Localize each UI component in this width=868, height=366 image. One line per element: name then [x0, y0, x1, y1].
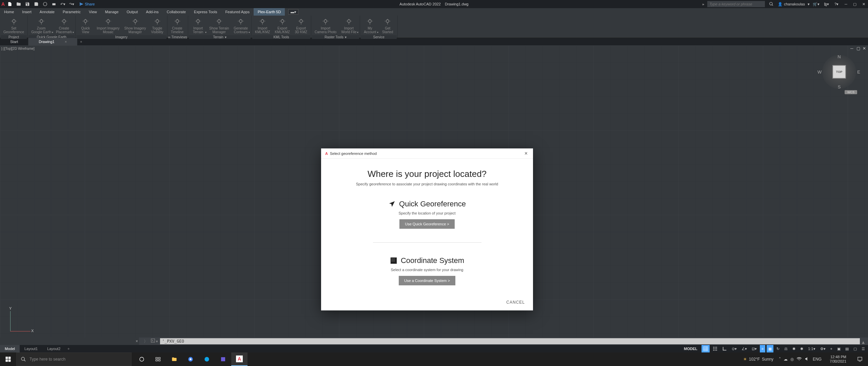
qat-new-icon[interactable]	[6, 1, 14, 7]
ribbon-get-started[interactable]: Get Started	[379, 17, 396, 35]
dialog-cancel-button[interactable]: CANCEL	[506, 300, 525, 305]
ribbon-minimize-dropdown[interactable]: ▬▾	[288, 9, 298, 15]
tray-network-icon[interactable]	[796, 356, 802, 363]
tray-language-label[interactable]: ENG	[813, 357, 822, 362]
tray-clock[interactable]: 12:48 PM7/30/2021	[827, 355, 849, 364]
osnap-toggle-icon[interactable]: ⊡▾	[750, 345, 758, 352]
edge-app-icon[interactable]	[199, 352, 215, 366]
viewport-close-icon[interactable]: ✕	[863, 46, 867, 51]
ribbon-group-label[interactable]: Project	[1, 35, 27, 39]
ribbon-group-label[interactable]: Service	[361, 35, 397, 39]
viewport-label[interactable]: [-][Top][2D Wireframe]	[1, 47, 35, 50]
autodesk-app-store-icon[interactable]: 🛒▾	[812, 1, 820, 7]
customization-icon[interactable]: ☰	[860, 345, 867, 352]
menu-plex-earth-5d[interactable]: Plex-Earth 5D	[254, 8, 285, 16]
ribbon-create-placemark[interactable]: Create Placemark	[54, 17, 74, 35]
use-coordinate-system-button[interactable]: Use a Coordinate System >	[399, 276, 455, 285]
menu-collaborate[interactable]: Collaborate	[163, 8, 190, 16]
weather-widget[interactable]: ☀ 102°F Sunny	[743, 357, 773, 362]
command-recent-dropdown-icon[interactable]: ▴	[862, 339, 867, 344]
viewport-minimize-icon[interactable]: ─	[850, 46, 855, 51]
ribbon-zoom-google-earth[interactable]: Zoom Google Earth	[29, 17, 53, 35]
unknown-app-icon[interactable]	[215, 352, 231, 366]
ribbon-generate-contours[interactable]: Generate Contours	[232, 17, 250, 35]
user-account-button[interactable]: 👤chanakoulas▾	[778, 2, 810, 6]
annotation-scale-icon[interactable]: ⚖	[783, 345, 789, 352]
minimize-button[interactable]: ─	[843, 1, 849, 7]
ribbon-import-world-file[interactable]: Import World File	[339, 17, 358, 35]
viewcube[interactable]: N S W E TOP	[821, 52, 858, 92]
keyword-search-input[interactable]	[707, 1, 765, 7]
ribbon-group-label[interactable]: ∞ Timeviews	[168, 35, 188, 39]
snap-toggle-icon[interactable]	[711, 345, 719, 352]
viewport-restore-icon[interactable]: ▢	[856, 46, 861, 51]
grid-toggle-icon[interactable]	[702, 345, 710, 352]
menu-add-ins[interactable]: Add-ins	[142, 8, 163, 16]
lineweight-toggle-icon[interactable]: ≡	[760, 345, 765, 352]
ribbon-group-label[interactable]: Terrain	[189, 35, 251, 39]
menu-output[interactable]: Output	[123, 8, 142, 16]
chrome-app-icon[interactable]	[182, 352, 199, 366]
ribbon-group-label[interactable]: KML Tools	[252, 35, 310, 39]
menu-express-tools[interactable]: Express Tools	[190, 8, 221, 16]
add-document-button[interactable]: +	[77, 38, 85, 45]
dialog-titlebar[interactable]: A Select georeference method ×	[321, 148, 533, 159]
explorer-app-icon[interactable]	[166, 352, 182, 366]
wcs-badge[interactable]: WCS	[845, 90, 857, 94]
isodraft-toggle-icon[interactable]: ∠▾	[740, 345, 749, 352]
workspace-switching-icon[interactable]: ⚙▾	[818, 345, 827, 352]
ribbon-group-label[interactable]: Imagery	[76, 35, 166, 39]
ribbon-import-terrain[interactable]: Import Terrain	[190, 17, 206, 35]
hardware-accel-icon[interactable]: ▤	[844, 345, 850, 352]
ribbon-create-timeline[interactable]: Create Timeline	[169, 17, 186, 35]
search-info-icon[interactable]: ▸	[703, 2, 705, 6]
layout-tab-layout1[interactable]: Layout1	[20, 345, 42, 352]
clean-screen-icon[interactable]: ▢	[852, 345, 859, 352]
ribbon-group-label[interactable]: Raster Tools	[312, 35, 359, 39]
tray-onedrive-icon[interactable]: ☁	[784, 357, 788, 362]
ribbon-quick-view[interactable]: Quick View	[77, 17, 94, 35]
command-history-panel[interactable]	[0, 338, 139, 345]
qat-open-icon[interactable]	[15, 1, 22, 7]
ribbon-toggle-visibility[interactable]: Toggle Visibility	[149, 17, 166, 35]
annotation-scale-value[interactable]: 1:1▾	[806, 345, 817, 352]
menu-view[interactable]: View	[85, 8, 101, 16]
menu-featured-apps[interactable]: Featured Apps	[221, 8, 254, 16]
transparency-toggle-icon[interactable]: ▦	[767, 345, 773, 352]
ribbon-import-imagery-mosaic[interactable]: Import Imagery Mosaic	[95, 17, 121, 35]
annotation-visibility-icon[interactable]: ✱	[791, 345, 797, 352]
tray-volume-icon[interactable]	[805, 356, 810, 363]
auto-scale-icon[interactable]: ✱	[798, 345, 805, 352]
annotation-monitor-icon[interactable]: +	[829, 345, 834, 352]
ribbon-my-account[interactable]: My Account	[361, 17, 378, 35]
qat-saveas-icon[interactable]	[33, 1, 40, 7]
doc-tab-close-icon[interactable]: ×	[65, 40, 67, 44]
stay-connected-icon[interactable]: ⧎▾	[823, 1, 830, 7]
selection-cycling-icon[interactable]: ↻	[775, 345, 781, 352]
drawing-viewport[interactable]: [-][Top][2D Wireframe] ─ ▢ ✕ N S W E TOP…	[0, 45, 868, 338]
viewcube-top-face[interactable]: TOP	[832, 65, 846, 79]
doc-tab-start[interactable]: Start	[0, 38, 28, 45]
close-button[interactable]: ✕	[861, 1, 867, 7]
ribbon-import-kml/kmz[interactable]: Import KML/KMZ	[253, 17, 272, 35]
use-quick-georeference-button[interactable]: Use Quick Georeference >	[399, 219, 455, 229]
qat-web-icon[interactable]	[41, 1, 49, 7]
autocad-app-icon[interactable]: A	[231, 352, 248, 366]
ortho-toggle-icon[interactable]	[721, 345, 729, 352]
task-view-icon[interactable]	[150, 352, 166, 366]
ribbon-import-camera-photo[interactable]: Import Camera Photo	[313, 17, 338, 35]
ribbon-set-georeference[interactable]: Set Georeference	[1, 17, 26, 35]
polar-toggle-icon[interactable]: ⊙▾	[730, 345, 738, 352]
menu-manage[interactable]: Manage	[101, 8, 123, 16]
layout-tab-layout2[interactable]: Layout2	[42, 345, 65, 352]
viewcube-east-label[interactable]: E	[857, 69, 860, 75]
help-icon[interactable]: ?▾	[833, 1, 840, 7]
isolate-objects-icon[interactable]: ▣	[835, 345, 842, 352]
cortana-icon[interactable]	[134, 352, 150, 366]
command-close-icon[interactable]: ×	[136, 339, 138, 344]
qat-save-icon[interactable]	[24, 1, 31, 7]
tray-overflow-icon[interactable]: ˄	[779, 357, 781, 362]
model-space-label[interactable]: MODEL	[681, 347, 700, 351]
add-layout-button[interactable]: +	[65, 347, 72, 351]
viewcube-south-label[interactable]: S	[838, 84, 841, 89]
